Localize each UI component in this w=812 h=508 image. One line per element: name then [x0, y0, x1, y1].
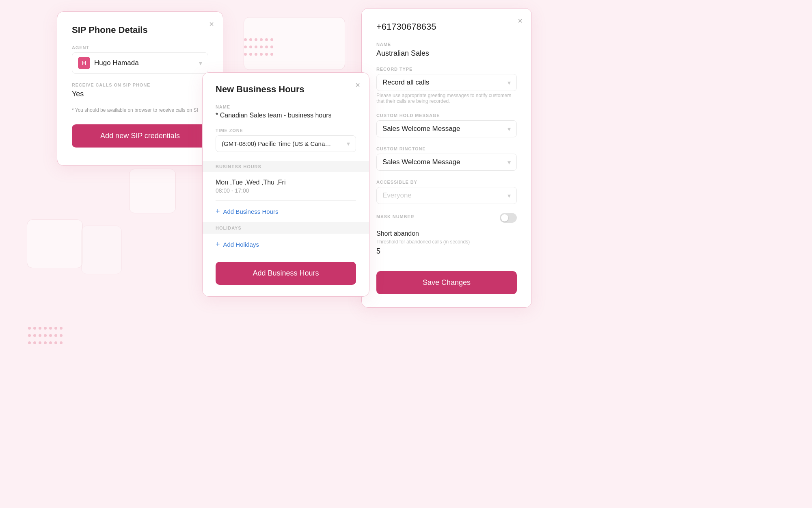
- save-changes-button[interactable]: Save Changes: [376, 271, 517, 294]
- timezone-select[interactable]: (GMT-08:00) Pacific Time (US & Cana… ▾: [216, 135, 356, 152]
- business-hours-section-header: BUSINESS HOURS: [203, 161, 369, 172]
- holidays-section-header: HOLIDAYS: [203, 222, 369, 234]
- mask-number-field: MASK NUMBER: [376, 213, 517, 223]
- agent-name: Hugo Hamada: [94, 59, 139, 67]
- short-abandon-sub: Threshold for abandoned calls (in second…: [376, 239, 517, 245]
- add-business-hours-link[interactable]: + Add Business Hours: [216, 201, 278, 222]
- timezone-value: (GMT-08:00) Pacific Time (US & Cana…: [222, 140, 331, 147]
- mask-number-toggle[interactable]: [500, 213, 517, 223]
- phone-name-field: NAME Australian Sales: [376, 42, 517, 58]
- record-type-value: Record all calls: [382, 78, 429, 87]
- days-value: Mon ,Tue ,Wed ,Thu ,Fri: [216, 179, 356, 186]
- custom-ringtone-chevron-icon: ▾: [508, 158, 511, 166]
- business-hours-modal: × New Business Hours NAME * Canadian Sal…: [202, 72, 369, 297]
- phone-details-modal: × +61730678635 NAME Australian Sales REC…: [361, 8, 532, 308]
- custom-ringtone-field: CUSTOM RINGTONE Sales Welcome Message ▾: [376, 146, 517, 171]
- add-bh-link-label: Add Business Hours: [223, 208, 279, 215]
- sip-close-button[interactable]: ×: [209, 20, 214, 28]
- custom-hold-field: CUSTOM HOLD MESSAGE Sales Welcome Messag…: [376, 113, 517, 137]
- add-bh-plus-icon: +: [216, 207, 220, 216]
- accessible-by-field: ACCESSIBLE BY Everyone ▾: [376, 180, 517, 204]
- bh-modal-title: New Business Hours: [216, 84, 356, 95]
- bh-name-field: NAME * Canadian Sales team - business ho…: [216, 104, 356, 119]
- sip-modal-title: SIP Phone Details: [72, 25, 208, 35]
- custom-hold-select[interactable]: Sales Welcome Message ▾: [376, 120, 517, 137]
- short-abandon-field: Short abandon Threshold for abandoned ca…: [376, 230, 517, 256]
- custom-hold-value: Sales Welcome Message: [382, 125, 460, 133]
- short-abandon-label: Short abandon: [376, 230, 517, 237]
- record-type-field: RECORD TYPE Record all calls ▾ Please us…: [376, 67, 517, 104]
- bh-close-button[interactable]: ×: [355, 81, 360, 89]
- add-sip-credentials-button[interactable]: Add new SIP credentials: [72, 124, 208, 148]
- receive-calls-value: Yes: [72, 90, 208, 98]
- add-holidays-plus-icon: +: [216, 240, 220, 249]
- accessible-by-select[interactable]: Everyone ▾: [376, 187, 517, 204]
- record-note: Please use appropriate greeting messages…: [376, 93, 517, 104]
- custom-ringtone-select[interactable]: Sales Welcome Message ▾: [376, 154, 517, 171]
- sip-note: * You should be available on browser to …: [72, 107, 208, 113]
- phone-number-title: +61730678635: [376, 22, 517, 32]
- business-hours-entry: Mon ,Tue ,Wed ,Thu ,Fri 08:00 - 17:00: [216, 172, 356, 201]
- agent-chevron-icon: ▾: [199, 59, 202, 67]
- add-holidays-link[interactable]: + Add Holidays: [216, 234, 259, 255]
- phone-name-value: Australian Sales: [376, 49, 517, 58]
- short-abandon-value: 5: [376, 247, 517, 256]
- custom-ringtone-value: Sales Welcome Message: [382, 158, 460, 166]
- record-type-chevron-icon: ▾: [508, 79, 511, 87]
- add-holidays-link-label: Add Holidays: [223, 241, 259, 248]
- agent-field: AGENT H Hugo Hamada ▾: [72, 45, 208, 74]
- receive-calls-field: RECEIVE CALLS ON SIP PHONE Yes: [72, 82, 208, 98]
- agent-avatar: H: [78, 57, 90, 69]
- record-type-select[interactable]: Record all calls ▾: [376, 74, 517, 91]
- accessible-by-chevron-icon: ▾: [508, 192, 511, 200]
- bh-name-value: * Canadian Sales team - business hours: [216, 112, 356, 119]
- accessible-by-value: Everyone: [382, 191, 412, 200]
- add-business-hours-button[interactable]: Add Business Hours: [216, 262, 356, 285]
- custom-hold-chevron-icon: ▾: [508, 125, 511, 133]
- right-modal-close-button[interactable]: ×: [518, 17, 523, 25]
- sip-phone-modal: × SIP Phone Details AGENT H Hugo Hamada …: [57, 11, 223, 166]
- agent-select[interactable]: H Hugo Hamada ▾: [72, 52, 208, 74]
- timezone-field: TIME ZONE (GMT-08:00) Pacific Time (US &…: [216, 128, 356, 152]
- hours-value: 08:00 - 17:00: [216, 187, 356, 194]
- timezone-chevron-icon: ▾: [347, 140, 350, 148]
